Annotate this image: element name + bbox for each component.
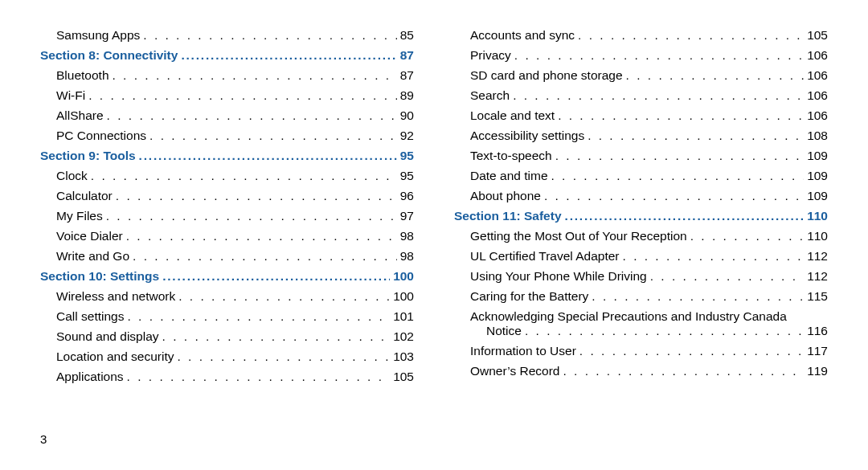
toc-entry: Clock 95 (40, 169, 414, 183)
toc-entry: Text-to-speech 109 (454, 149, 828, 163)
toc-section: Section 10: Settings 100 (40, 269, 414, 284)
toc-entry-label: Accounts and sync (470, 28, 575, 43)
toc-leader (514, 48, 804, 63)
toc-entry-page: 109 (807, 189, 828, 203)
toc-entry: Calculator 96 (40, 189, 414, 203)
toc-entry-label: AllShare (56, 108, 104, 123)
toc-leader (551, 169, 805, 183)
toc-entry-label: Using Your Phone While Driving (470, 269, 647, 284)
toc-leader (544, 189, 804, 203)
toc-entry-label: Calculator (56, 189, 113, 203)
toc-entry-page: 97 (400, 209, 414, 223)
toc-entry-label: Text-to-speech (470, 149, 552, 163)
toc-leader (106, 209, 397, 223)
toc-leader (592, 289, 804, 304)
toc-entry: Sound and display 102 (40, 329, 414, 344)
toc-leader (513, 88, 804, 103)
toc-section: Section 9: Tools 95 (40, 149, 414, 163)
toc-entry-label: Privacy (470, 48, 511, 63)
page-number: 3 (40, 432, 47, 446)
toc-leader (558, 108, 804, 123)
toc-leader (690, 229, 804, 243)
toc-section-label: Section 11: Safety (454, 209, 562, 223)
toc-entry-label: Samsung Apps (56, 28, 140, 43)
toc-leader (133, 249, 397, 264)
toc-entry-page: 98 (400, 229, 414, 243)
toc-entry: Call settings 101 (40, 309, 414, 324)
toc-entry-label: Wi-Fi (56, 88, 85, 103)
toc-entry-label-line1: Acknowledging Special Precautions and In… (470, 309, 828, 324)
toc-entry: UL Certified Travel Adapter 112 (454, 249, 828, 264)
toc-column-left: Samsung Apps 85 Section 8: Connectivity … (40, 28, 414, 390)
toc-leader (143, 28, 396, 43)
toc-leader (626, 68, 805, 83)
toc-entry-label: Getting the Most Out of Your Reception (470, 229, 687, 243)
toc-leader (88, 88, 397, 103)
toc-entry-label-line2: Notice (486, 324, 522, 338)
toc-leader (127, 309, 390, 324)
toc-entry-label: Caring for the Battery (470, 289, 588, 304)
toc-entry: Owner’s Record 119 (454, 364, 828, 378)
toc-entry-label: My Files (56, 209, 103, 223)
toc-entry-page: 102 (393, 329, 414, 344)
toc-entry-page: 112 (807, 249, 828, 264)
toc-entry-page: 110 (807, 229, 828, 243)
toc-entry: Search 106 (454, 88, 828, 103)
toc-entry-label: Clock (56, 169, 88, 183)
toc-column-right: Accounts and sync 105 Privacy 106 SD car… (454, 28, 828, 390)
toc-entry: Caring for the Battery 115 (454, 289, 828, 304)
toc-entry-label: Search (470, 88, 510, 103)
toc-columns: Samsung Apps 85 Section 8: Connectivity … (40, 28, 828, 390)
toc-leader (525, 324, 804, 338)
toc-entry-label: Sound and display (56, 329, 159, 344)
toc-entry-page: 101 (393, 309, 414, 324)
toc-section-label: Section 10: Settings (40, 269, 159, 284)
toc-entry: Getting the Most Out of Your Reception 1… (454, 229, 828, 243)
toc-entry-page: 109 (807, 149, 828, 163)
toc-entry-page: 85 (400, 28, 414, 43)
toc-entry: Applications 105 (40, 370, 414, 384)
toc-section-page: 100 (393, 269, 414, 284)
toc-section: Section 11: Safety 110 (454, 209, 828, 223)
toc-entry-page: 105 (393, 370, 414, 384)
toc-leader (107, 108, 397, 123)
toc-entry-page: 89 (400, 88, 414, 103)
toc-entry-page: 117 (807, 344, 828, 358)
toc-entry: Bluetooth 87 (40, 68, 414, 83)
toc-section-label: Section 9: Tools (40, 149, 136, 163)
toc-entry-page: 95 (400, 169, 414, 183)
toc-section: Section 8: Connectivity 87 (40, 48, 414, 63)
toc-section-page: 95 (400, 149, 414, 163)
toc-entry-label: UL Certified Travel Adapter (470, 249, 620, 264)
toc-leader (162, 269, 390, 284)
toc-section-page: 110 (807, 209, 828, 223)
toc-entry: Information to User 117 (454, 344, 828, 358)
toc-entry: Privacy 106 (454, 48, 828, 63)
toc-entry: About phone 109 (454, 189, 828, 203)
toc-entry-page: 108 (807, 129, 828, 143)
toc-leader (139, 149, 397, 163)
toc-leader (555, 149, 804, 163)
toc-entry: SD card and phone storage 106 (454, 68, 828, 83)
toc-entry-label: Accessibility settings (470, 129, 584, 143)
toc-entry-page: 112 (807, 269, 828, 284)
toc-entry-wrapped: Acknowledging Special Precautions and In… (454, 309, 828, 338)
toc-entry: Samsung Apps 85 (40, 28, 414, 43)
toc-leader (578, 28, 804, 43)
toc-entry-page: 103 (393, 349, 414, 364)
toc-entry: Wi-Fi 89 (40, 88, 414, 103)
toc-entry: Location and security 103 (40, 349, 414, 364)
toc-entry-page: 116 (807, 324, 828, 338)
toc-entry-label: PC Connections (56, 129, 146, 143)
toc-entry: Wireless and network 100 (40, 289, 414, 304)
toc-entry-page: 87 (400, 68, 414, 83)
toc-entry-label: Applications (56, 370, 124, 384)
toc-entry-label: Locale and text (470, 108, 555, 123)
toc-entry: Write and Go 98 (40, 249, 414, 264)
toc-entry: Using Your Phone While Driving 112 (454, 269, 828, 284)
toc-entry-page: 115 (807, 289, 828, 304)
toc-entry-page: 109 (807, 169, 828, 183)
toc-entry-page: 105 (807, 28, 828, 43)
toc-entry-page: 90 (400, 108, 414, 123)
toc-entry-label: Call settings (56, 309, 124, 324)
